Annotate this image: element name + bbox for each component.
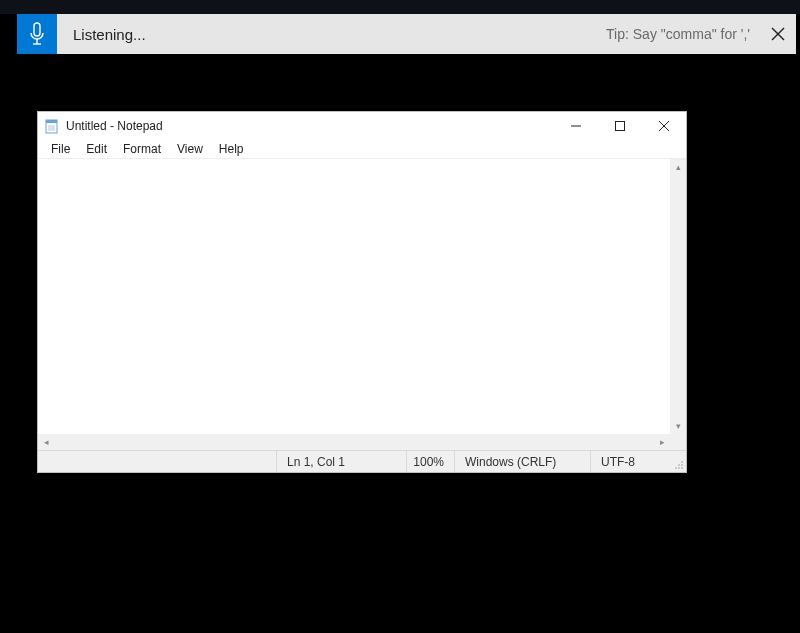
menu-help[interactable]: Help [211, 141, 252, 157]
resize-grip[interactable] [674, 451, 686, 472]
horizontal-scrollbar[interactable]: ◂ ▸ [38, 434, 670, 450]
microphone-button[interactable] [17, 14, 57, 54]
svg-point-15 [678, 467, 680, 469]
svg-point-16 [681, 464, 683, 466]
maximize-icon [615, 121, 625, 131]
maximize-button[interactable] [598, 112, 642, 139]
svg-point-17 [675, 467, 677, 469]
menu-view[interactable]: View [169, 141, 211, 157]
top-background-strip [0, 0, 800, 14]
status-spacer [38, 451, 276, 472]
vertical-scrollbar[interactable]: ▴ ▾ [670, 159, 686, 434]
resize-grip-icon [673, 449, 685, 471]
svg-rect-0 [34, 23, 40, 36]
notepad-window: Untitled - Notepad File Edit Format View… [37, 111, 687, 473]
svg-rect-6 [46, 120, 57, 123]
voice-close-button[interactable] [760, 14, 796, 54]
scroll-right-icon[interactable]: ▸ [654, 434, 670, 450]
close-button[interactable] [642, 112, 686, 139]
menu-format[interactable]: Format [115, 141, 169, 157]
menu-bar: File Edit Format View Help [38, 139, 686, 159]
svg-point-18 [678, 464, 680, 466]
scroll-down-icon[interactable]: ▾ [670, 418, 686, 434]
notepad-icon [44, 118, 60, 134]
window-title: Untitled - Notepad [66, 119, 163, 133]
status-bar: Ln 1, Col 1 100% Windows (CRLF) UTF-8 [38, 450, 686, 472]
text-editor-area[interactable]: ▴ ▾ ◂ ▸ [38, 159, 686, 450]
minimize-icon [571, 121, 581, 131]
svg-point-19 [681, 461, 683, 463]
close-icon [771, 27, 785, 41]
minimize-button[interactable] [554, 112, 598, 139]
microphone-icon [28, 22, 46, 46]
voice-status-text: Listening... [57, 26, 146, 43]
scroll-up-icon[interactable]: ▴ [670, 159, 686, 175]
scrollbar-corner [670, 434, 686, 450]
svg-rect-11 [616, 121, 625, 130]
status-encoding: UTF-8 [590, 451, 674, 472]
menu-edit[interactable]: Edit [78, 141, 115, 157]
scroll-left-icon[interactable]: ◂ [38, 434, 54, 450]
voice-tip-text: Tip: Say "comma" for ',' [606, 26, 760, 42]
status-zoom: 100% [406, 451, 454, 472]
close-icon [659, 121, 669, 131]
title-bar[interactable]: Untitled - Notepad [38, 112, 686, 139]
menu-file[interactable]: File [43, 141, 78, 157]
status-cursor-position: Ln 1, Col 1 [276, 451, 406, 472]
voice-typing-bar: Listening... Tip: Say "comma" for ',' [17, 14, 796, 54]
window-controls [554, 112, 686, 139]
svg-point-14 [681, 467, 683, 469]
status-line-ending: Windows (CRLF) [454, 451, 590, 472]
